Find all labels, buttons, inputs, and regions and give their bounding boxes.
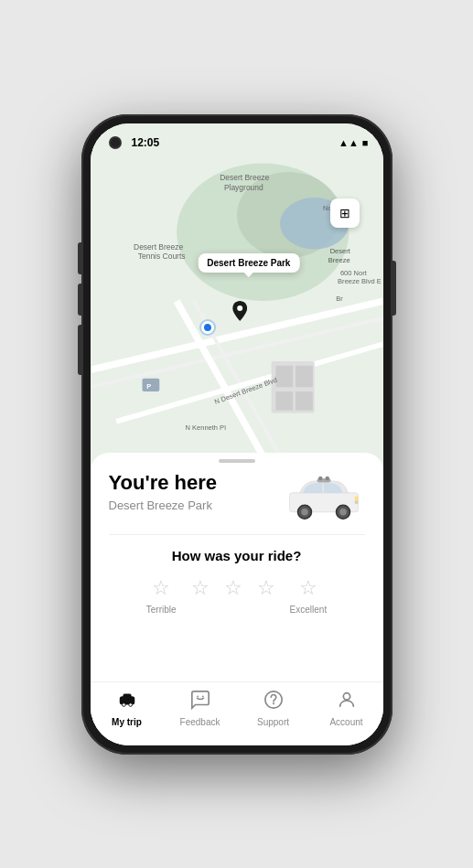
svg-point-43 xyxy=(197,695,199,697)
star-item-1: ☆ Terrible xyxy=(146,576,177,615)
account-icon xyxy=(337,690,357,714)
svg-text:N Kenneth Pl: N Kenneth Pl xyxy=(185,423,226,432)
phone-screen: 12:05 ▲▲ ■ xyxy=(91,123,383,745)
svg-point-28 xyxy=(237,305,242,311)
svg-rect-40 xyxy=(123,693,131,698)
arrival-row: You're here Desert Breeze Park xyxy=(109,471,365,521)
divider xyxy=(109,534,365,535)
rating-question: How was your ride? xyxy=(118,548,356,563)
phone-frame: 12:05 ▲▲ ■ xyxy=(81,114,392,755)
svg-rect-36 xyxy=(354,501,358,504)
svg-text:Desert Breeze: Desert Breeze xyxy=(220,173,269,182)
star-4[interactable]: ☆ xyxy=(257,576,275,600)
star-item-4: ☆ xyxy=(257,576,275,615)
arrival-heading: You're here xyxy=(109,471,218,495)
car-illustration xyxy=(283,471,365,521)
swipe-indicator xyxy=(219,459,255,463)
volume-down-button xyxy=(78,284,81,316)
star-1[interactable]: ☆ xyxy=(152,576,170,600)
panel-content: You're here Desert Breeze Park xyxy=(91,453,383,681)
nav-label-account: Account xyxy=(329,717,362,727)
map-layers-button[interactable]: ⊞ xyxy=(330,198,360,228)
star-3[interactable]: ☆ xyxy=(224,576,242,600)
svg-text:Breeze Blvd E: Breeze Blvd E xyxy=(338,277,382,285)
status-bar: 12:05 ▲▲ ■ xyxy=(132,136,369,149)
map-view[interactable]: P Desert Breeze Playground Desert Breeze… xyxy=(91,123,383,466)
nav-label-feedback: Feedback xyxy=(180,717,220,727)
svg-point-42 xyxy=(128,702,132,706)
rating-section: How was your ride? ☆ Terrible ☆ ☆ xyxy=(109,548,365,615)
svg-text:Desert Breeze: Desert Breeze xyxy=(134,241,183,251)
nav-item-my-trip[interactable]: My trip xyxy=(91,690,164,727)
arrival-info: You're here Desert Breeze Park xyxy=(109,471,218,512)
star-item-5: ☆ Excellent xyxy=(290,576,328,615)
map-pin xyxy=(232,301,247,326)
bottom-nav: My trip Feedback xyxy=(91,681,383,745)
arrival-location: Desert Breeze Park xyxy=(109,498,218,512)
svg-text:P: P xyxy=(146,382,151,391)
volume-up-button xyxy=(78,242,81,274)
star-5[interactable]: ☆ xyxy=(299,576,317,600)
nav-item-support[interactable]: Support xyxy=(237,690,310,727)
svg-point-41 xyxy=(122,702,125,706)
nav-label-support: Support xyxy=(257,717,289,727)
svg-point-44 xyxy=(201,695,203,697)
svg-text:Breeze: Breeze xyxy=(328,255,349,263)
star-label-excellent: Excellent xyxy=(290,605,328,615)
feedback-icon xyxy=(190,690,210,714)
svg-rect-13 xyxy=(296,391,313,410)
svg-point-38 xyxy=(325,477,329,481)
star-label-terrible: Terrible xyxy=(146,605,177,615)
stars-row: ☆ Terrible ☆ ☆ ☆ xyxy=(118,576,356,615)
svg-text:Tennis Courts: Tennis Courts xyxy=(137,251,185,260)
svg-text:Desert: Desert xyxy=(329,247,350,255)
nav-label-my-trip: My trip xyxy=(112,717,142,727)
camera-dot xyxy=(109,136,122,149)
svg-text:Playground: Playground xyxy=(223,182,263,191)
signal-icon: ▲▲ xyxy=(339,137,359,148)
map-svg: P Desert Breeze Playground Desert Breeze… xyxy=(91,123,383,466)
silent-button xyxy=(78,325,81,375)
star-item-3: ☆ xyxy=(224,576,242,615)
star-2[interactable]: ☆ xyxy=(191,576,210,600)
map-tooltip: Desert Breeze Park xyxy=(198,253,299,273)
camera-notch xyxy=(109,136,122,149)
my-trip-icon xyxy=(117,690,137,714)
status-icons: ▲▲ ■ xyxy=(339,137,368,148)
layers-icon: ⊞ xyxy=(339,206,350,220)
svg-point-31 xyxy=(301,509,308,516)
time-display: 12:05 xyxy=(132,136,160,149)
svg-rect-11 xyxy=(296,365,313,387)
svg-point-46 xyxy=(343,692,349,699)
svg-text:600 Nort: 600 Nort xyxy=(339,268,367,276)
nav-item-account[interactable]: Account xyxy=(310,690,383,727)
svg-rect-34 xyxy=(354,496,358,501)
svg-point-37 xyxy=(318,477,323,481)
bottom-panel: You're here Desert Breeze Park xyxy=(91,453,383,745)
nav-item-feedback[interactable]: Feedback xyxy=(164,690,237,727)
power-button xyxy=(392,261,396,316)
svg-text:Br: Br xyxy=(336,295,343,303)
support-icon xyxy=(263,690,284,714)
svg-rect-10 xyxy=(275,365,293,387)
star-item-2: ☆ xyxy=(191,576,210,615)
svg-rect-12 xyxy=(275,391,293,410)
map-tooltip-text: Desert Breeze Park xyxy=(207,258,290,268)
battery-icon: ■ xyxy=(362,137,369,148)
svg-point-33 xyxy=(339,509,347,516)
